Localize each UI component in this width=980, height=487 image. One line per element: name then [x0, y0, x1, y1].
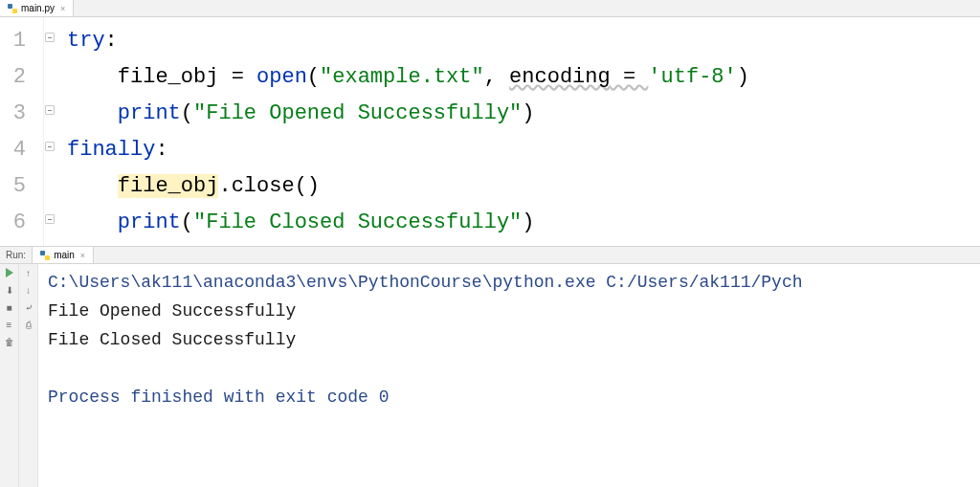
trash-icon[interactable]: 🗑 — [4, 336, 15, 347]
run-toolbar-right: ↑ ↓ ⤶ ⎙ — [19, 264, 38, 487]
fold-icon[interactable] — [45, 105, 55, 115]
layout-icon[interactable]: ≡ — [4, 319, 15, 330]
run-tab-name: main — [54, 250, 75, 260]
console-line: File Opened Successfully — [48, 301, 296, 321]
wrap-icon[interactable]: ⤶ — [23, 301, 34, 313]
variable: file_obj — [118, 65, 219, 89]
console-exit: Process finished with exit code 0 — [48, 387, 389, 407]
keyword-try: try — [67, 29, 105, 53]
run-tab-main[interactable]: main × — [32, 247, 94, 263]
up-icon[interactable]: ↑ — [23, 267, 34, 278]
kwarg-encoding: encoding — [509, 65, 611, 89]
console-command: C:\Users\ak111\anaconda3\envs\PythonCour… — [48, 273, 803, 292]
run-panel-header: Run: main × — [0, 247, 980, 264]
line-number: 2 — [0, 59, 26, 96]
run-label: Run: — [0, 250, 32, 260]
fold-icon[interactable] — [45, 33, 55, 42]
editor-tabs-bar: main.py × — [0, 0, 980, 17]
console-line: File Closed Successfully — [48, 330, 296, 349]
keyword-finally: finally — [67, 138, 155, 162]
debug-icon[interactable]: ⬇ — [4, 284, 15, 296]
run-toolbar-left: ⬇ ■ ≡ 🗑 — [0, 264, 19, 487]
run-panel: ⬇ ■ ≡ 🗑 ↑ ↓ ⤶ ⎙ C:\Users\ak111\anaconda3… — [0, 264, 980, 487]
stop-icon[interactable]: ■ — [4, 301, 15, 313]
code-content[interactable]: try: file_obj = open("example.txt", enco… — [59, 17, 980, 246]
string-literal: "File Opened Successfully" — [193, 101, 522, 125]
close-icon[interactable]: × — [80, 251, 85, 260]
editor-tab-filename: main.py — [21, 3, 55, 13]
print-icon[interactable]: ⎙ — [23, 319, 34, 330]
run-icon[interactable] — [4, 267, 15, 278]
fold-gutter — [44, 17, 59, 246]
line-number: 6 — [0, 205, 26, 241]
line-number: 4 — [0, 132, 26, 168]
python-file-icon — [40, 251, 50, 260]
string-literal: "File Closed Successfully" — [193, 210, 522, 234]
editor-tab-main[interactable]: main.py × — [0, 0, 74, 16]
close-icon[interactable]: × — [60, 4, 65, 13]
string-literal: "example.txt" — [320, 65, 484, 89]
python-file-icon — [8, 4, 17, 13]
down-icon[interactable]: ↓ — [23, 284, 34, 296]
console-output[interactable]: C:\Users\ak111\anaconda3\envs\PythonCour… — [38, 264, 980, 487]
code-editor[interactable]: 1 2 3 4 5 6 try: file_obj = open("exampl… — [0, 17, 980, 247]
builtin-open: open — [256, 65, 307, 89]
method-close: close — [232, 174, 295, 198]
line-number-gutter: 1 2 3 4 5 6 — [0, 17, 44, 246]
line-number: 3 — [0, 96, 26, 132]
highlighted-variable: file_obj — [118, 174, 219, 198]
fold-icon[interactable] — [45, 142, 55, 151]
fold-icon[interactable] — [45, 214, 55, 224]
line-number: 1 — [0, 23, 26, 59]
builtin-print: print — [118, 101, 181, 125]
string-literal: 'utf-8' — [648, 65, 736, 89]
line-number: 5 — [0, 168, 26, 205]
builtin-print: print — [118, 210, 181, 234]
